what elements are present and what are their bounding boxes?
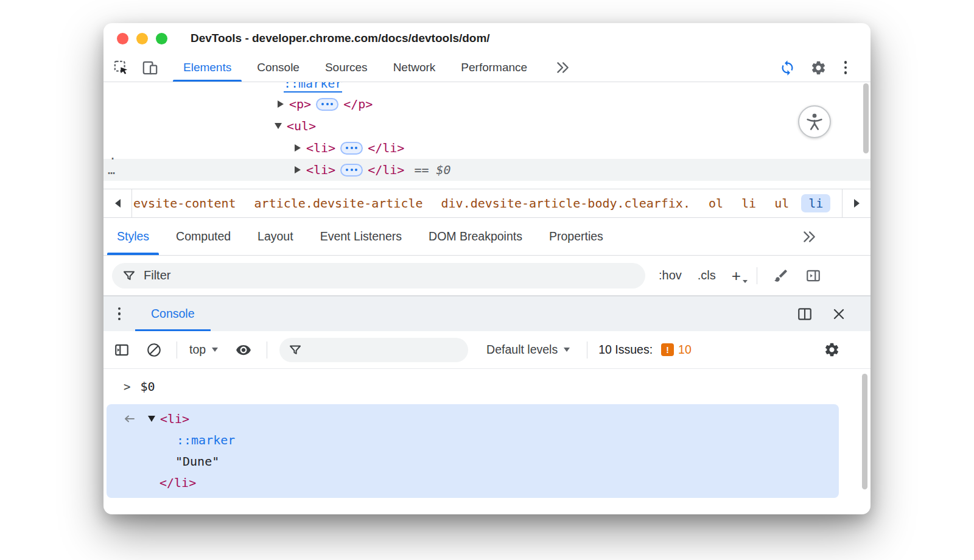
devtools-window: DevTools - developer.chrome.com/docs/dev… — [103, 23, 871, 514]
kebab-menu-icon[interactable] — [841, 61, 850, 74]
chevron-down-icon — [212, 348, 218, 352]
dom-node-p[interactable]: <p> </p> — [103, 93, 871, 115]
console-filter-field[interactable] — [279, 338, 468, 362]
collapse-arrow-icon[interactable] — [275, 123, 282, 129]
tab-layout[interactable]: Layout — [244, 218, 307, 255]
toggle-hover-state-button[interactable]: :hov — [659, 268, 682, 282]
toolbar-right-icons — [779, 54, 850, 82]
output-arrow-icon — [122, 414, 136, 424]
issues-counter[interactable]: 10 Issues: ! 10 — [598, 343, 692, 357]
sync-icon[interactable] — [779, 60, 796, 76]
console-sidebar-icon[interactable] — [113, 342, 130, 358]
chevron-down-icon — [564, 348, 570, 352]
window-title: DevTools - developer.chrome.com/docs/dev… — [191, 32, 490, 45]
rendering-brush-icon[interactable] — [773, 268, 789, 284]
collapse-arrow-icon[interactable] — [148, 416, 155, 422]
fullscreen-window-button[interactable] — [156, 33, 167, 44]
breadcrumb-scroll-right[interactable] — [842, 189, 871, 217]
inspect-element-icon[interactable] — [113, 60, 130, 76]
tab-computed[interactable]: Computed — [163, 218, 244, 255]
expand-arrow-icon[interactable] — [295, 144, 301, 152]
result-line-text: "Dune" — [107, 450, 839, 472]
tab-performance[interactable]: Performance — [448, 54, 540, 82]
more-tabs-icon[interactable] — [555, 54, 570, 82]
chevron-right-icon — [854, 199, 860, 208]
log-levels-dropdown[interactable]: Default levels — [486, 343, 570, 357]
more-tabs-icon[interactable] — [801, 218, 817, 255]
titlebar: DevTools - developer.chrome.com/docs/dev… — [103, 23, 871, 54]
tab-properties[interactable]: Properties — [536, 218, 617, 255]
live-expression-eye-icon[interactable] — [235, 342, 252, 358]
close-window-button[interactable] — [117, 33, 128, 44]
toggle-sidebar-icon[interactable] — [805, 268, 822, 284]
filter-funnel-icon — [288, 343, 303, 357]
toggle-class-button[interactable]: .cls — [698, 268, 716, 282]
tab-console[interactable]: Console — [244, 54, 312, 82]
dom-node-li[interactable]: <li> </li> — [103, 137, 871, 159]
breadcrumb-scroll-left[interactable] — [103, 189, 132, 217]
close-icon[interactable] — [832, 307, 846, 321]
styles-sidebar-tabs: Styles Computed Layout Event Listeners D… — [103, 218, 871, 256]
tab-dom-breakpoints-label: DOM Breakpoints — [429, 229, 522, 243]
console-settings-gear-icon[interactable] — [824, 341, 840, 358]
drawer-kebab-menu-icon[interactable] — [103, 296, 135, 331]
breadcrumb-bar: evsite-content article.devsite-article d… — [103, 189, 871, 218]
tab-event-listeners-label: Event Listeners — [320, 229, 402, 243]
issues-label: 10 Issues: — [598, 343, 653, 357]
tab-network[interactable]: Network — [380, 54, 449, 82]
dom-node-li-selected[interactable]: <li> </li> == $0 — [103, 159, 871, 181]
accessibility-icon[interactable] — [798, 105, 831, 138]
breadcrumb-item-article[interactable]: article.devsite-article — [254, 196, 423, 211]
console-scrollbar[interactable] — [862, 374, 867, 489]
tab-event-listeners[interactable]: Event Listeners — [307, 218, 415, 255]
dom-tree-scrollbar[interactable] — [863, 83, 869, 153]
device-toolbar-icon[interactable] — [142, 60, 158, 76]
tab-dom-breakpoints[interactable]: DOM Breakpoints — [415, 218, 536, 255]
expand-arrow-icon[interactable] — [278, 100, 284, 108]
tab-performance-label: Performance — [461, 61, 527, 74]
filter-funnel-icon — [122, 268, 136, 283]
minimize-window-button[interactable] — [136, 33, 148, 44]
breadcrumb-item-li[interactable]: li — [741, 196, 756, 211]
inline-expand-icon[interactable] — [340, 142, 363, 155]
settings-gear-icon[interactable] — [810, 60, 827, 76]
inline-expand-icon[interactable] — [340, 164, 363, 177]
devtools-main-toolbar: Elements Console Sources Network Perform… — [103, 54, 871, 82]
breadcrumb-item-ul[interactable]: ul — [774, 196, 789, 211]
divider — [587, 341, 587, 359]
console-command-row[interactable]: > $0 — [103, 376, 871, 397]
tab-sources[interactable]: Sources — [312, 54, 380, 82]
screenshot-stage: DevTools - developer.chrome.com/docs/dev… — [0, 0, 974, 560]
dom-node-ul[interactable]: <ul> — [103, 115, 871, 137]
gutter-ellipsis: … — [108, 159, 116, 181]
result-marker-pseudo: ::marker — [177, 433, 235, 447]
issue-icon: ! — [661, 343, 674, 356]
p-close-tag: </p> — [343, 97, 373, 111]
styles-filter-field[interactable] — [112, 263, 645, 289]
tab-styles[interactable]: Styles — [103, 218, 163, 255]
new-style-rule-button[interactable]: + — [732, 268, 741, 284]
breadcrumb-item-div[interactable]: div.devsite-article-body.clearfix. — [441, 196, 690, 211]
console-messages: > $0 <li> ::marker "Dune" </li> — [103, 369, 871, 514]
console-result-selected[interactable]: <li> ::marker "Dune" </li> — [107, 404, 839, 498]
tab-sources-label: Sources — [325, 61, 368, 74]
breadcrumb-item-ol[interactable]: ol — [709, 196, 723, 211]
drawer-tab-console[interactable]: Console — [135, 296, 211, 331]
inline-expand-icon[interactable] — [316, 98, 338, 111]
context-selector-dropdown[interactable]: top — [189, 343, 218, 357]
kebab-dots — [115, 307, 124, 321]
tab-elements[interactable]: Elements — [170, 54, 244, 82]
result-li-open-tag: <li> — [160, 411, 189, 426]
tab-network-label: Network — [393, 61, 436, 74]
log-levels-label: Default levels — [486, 343, 558, 357]
console-drawer-header: Console — [103, 296, 871, 331]
tab-console-label: Console — [257, 61, 300, 74]
breadcrumb-item-li-selected[interactable]: li — [801, 194, 830, 212]
clear-console-icon[interactable] — [146, 342, 162, 358]
split-panel-icon[interactable] — [796, 306, 813, 322]
expand-arrow-icon[interactable] — [295, 166, 301, 173]
tab-styles-label: Styles — [117, 229, 149, 243]
styles-filter-input[interactable] — [144, 268, 636, 282]
breadcrumb-item-devsite-content[interactable]: evsite-content — [133, 196, 236, 211]
console-filter-input[interactable] — [309, 343, 460, 357]
